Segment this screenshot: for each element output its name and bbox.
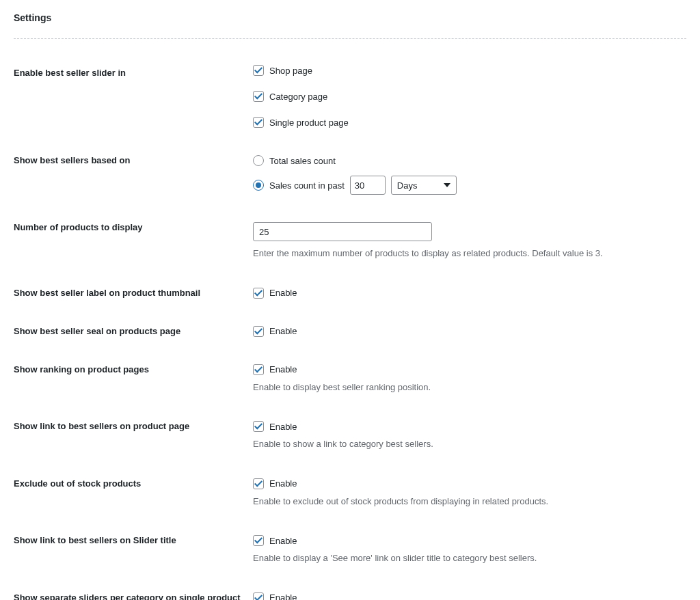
input-num-products[interactable] <box>253 222 432 241</box>
desc-exclude-oos: Enable to exclude out of stock products … <box>253 495 686 508</box>
field-label-link-product: Show link to best sellers on product pag… <box>14 403 253 461</box>
section-title: Settings <box>14 12 686 23</box>
label-total-sales[interactable]: Total sales count <box>269 156 336 166</box>
option-total-sales: Total sales count <box>253 155 686 166</box>
checkbox-link-slider[interactable] <box>253 535 264 546</box>
label-enable-label-thumb[interactable]: Enable <box>269 288 297 298</box>
field-label-seal-page: Show best seller seal on products page <box>14 308 253 346</box>
field-label-exclude-oos: Exclude out of stock products <box>14 461 253 518</box>
input-past-count[interactable] <box>350 176 386 195</box>
checkbox-link-product[interactable] <box>253 421 264 432</box>
checkbox-label-thumb[interactable] <box>253 288 264 299</box>
checkbox-seal-page[interactable] <box>253 326 264 337</box>
checkbox-exclude-oos[interactable] <box>253 478 264 489</box>
desc-link-slider: Enable to display a 'See more' link on s… <box>253 551 686 565</box>
label-shop-page[interactable]: Shop page <box>269 66 312 76</box>
select-past-unit[interactable]: Days <box>391 176 457 195</box>
option-category-page: Category page <box>253 91 686 102</box>
checkbox-ranking[interactable] <box>253 364 264 375</box>
desc-link-product: Enable to show a link to category best s… <box>253 437 686 451</box>
field-label-num-products: Number of products to display <box>14 204 253 270</box>
checkbox-single-product-page[interactable] <box>253 117 264 128</box>
label-enable-link-slider[interactable]: Enable <box>269 536 297 546</box>
field-label-based-on: Show best sellers based on <box>14 137 253 204</box>
field-label-enable-in: Enable best seller slider in <box>14 58 253 137</box>
label-category-page[interactable]: Category page <box>269 92 327 102</box>
option-shop-page: Shop page <box>253 65 686 76</box>
label-sales-in-past[interactable]: Sales count in past <box>269 180 345 191</box>
checkbox-sep-sliders[interactable] <box>253 592 264 601</box>
section-divider <box>14 38 686 39</box>
settings-form: Enable best seller slider in Shop page C… <box>14 58 686 600</box>
field-label-label-thumb: Show best seller label on product thumbn… <box>14 270 253 308</box>
option-sales-in-past: Sales count in past Days <box>253 176 686 195</box>
radio-total-sales[interactable] <box>253 155 264 166</box>
label-enable-seal-page[interactable]: Enable <box>269 326 297 336</box>
label-enable-ranking[interactable]: Enable <box>269 364 297 374</box>
label-enable-exclude-oos[interactable]: Enable <box>269 478 297 489</box>
checkbox-shop-page[interactable] <box>253 65 264 76</box>
label-single-product-page[interactable]: Single product page <box>269 118 349 128</box>
field-label-sep-sliders: Show separate sliders per category on si… <box>14 575 253 601</box>
desc-ranking: Enable to display best seller ranking po… <box>253 381 686 394</box>
label-enable-sep-sliders[interactable]: Enable <box>269 592 297 600</box>
field-label-link-slider: Show link to best sellers on Slider titl… <box>14 517 253 575</box>
label-enable-link-product[interactable]: Enable <box>269 422 297 432</box>
radio-sales-in-past[interactable] <box>253 180 264 191</box>
field-label-ranking: Show ranking on product pages <box>14 346 253 404</box>
option-single-product-page: Single product page <box>253 117 686 128</box>
desc-num-products: Enter the maximum number of products to … <box>253 247 686 260</box>
checkbox-category-page[interactable] <box>253 91 264 102</box>
settings-panel: Settings Enable best seller slider in Sh… <box>0 0 700 600</box>
